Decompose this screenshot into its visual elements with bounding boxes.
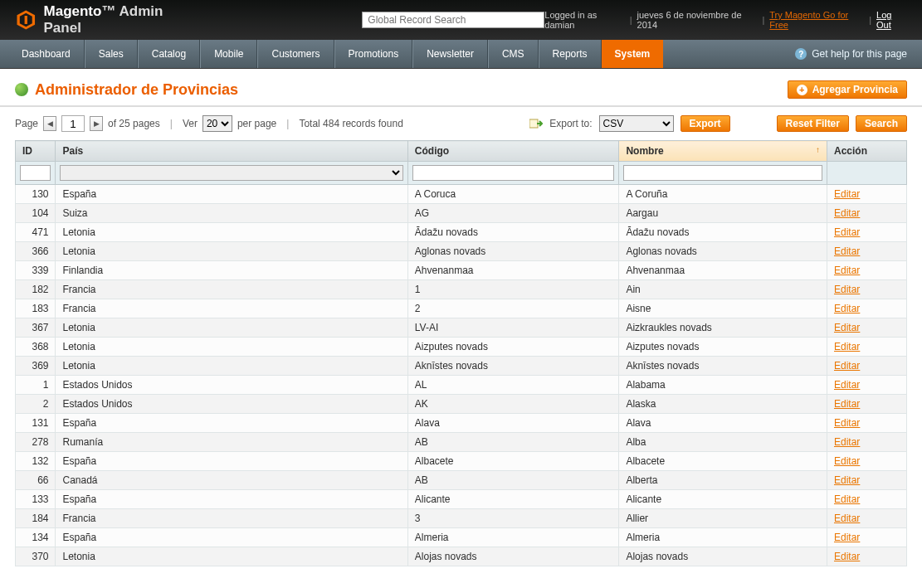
edit-link[interactable]: Editar [834, 207, 860, 219]
cell-pais: Francia [56, 299, 407, 318]
search-button[interactable]: Search [856, 115, 907, 132]
edit-link[interactable]: Editar [834, 322, 860, 333]
cell-accion: Editar [827, 357, 906, 376]
edit-link[interactable]: Editar [834, 379, 860, 391]
table-row[interactable]: 370LetoniaAlojas novadsAlojas novadsEdit… [16, 547, 907, 566]
nav-item-cms[interactable]: CMS [488, 40, 539, 68]
table-row[interactable]: 1Estados UnidosALAlabamaEditar [16, 376, 907, 395]
cell-nombre: Alicante [619, 490, 827, 509]
edit-link[interactable]: Editar [834, 532, 860, 543]
cell-nombre: Ahvenanmaa [619, 261, 827, 280]
cell-nombre: Ain [619, 280, 827, 299]
table-row[interactable]: 130EspañaA CorucaA CoruñaEditar [16, 185, 907, 204]
col-accion-header[interactable]: Acción [827, 141, 906, 162]
add-province-button[interactable]: + Agregar Provincia [788, 80, 907, 99]
filter-nombre-input[interactable] [623, 165, 822, 181]
nav-item-catalog[interactable]: Catalog [138, 40, 200, 68]
cell-accion: Editar [827, 242, 906, 261]
nav-item-newsletter[interactable]: Newsletter [412, 40, 488, 68]
logout-link[interactable]: Log Out [876, 10, 907, 30]
cell-pais: Letonia [56, 357, 407, 376]
page-input[interactable] [61, 115, 85, 132]
page-prev-button[interactable]: ◀ [43, 116, 56, 131]
try-magento-link[interactable]: Try Magento Go for Free [769, 10, 864, 30]
edit-link[interactable]: Editar [834, 341, 860, 352]
export-button[interactable]: Export [681, 115, 730, 132]
nav-item-customers[interactable]: Customers [257, 40, 334, 68]
edit-link[interactable]: Editar [834, 474, 860, 486]
table-row[interactable]: 182Francia1AinEditar [16, 280, 907, 299]
cell-codigo: AG [407, 204, 619, 223]
cell-pais: Estados Unidos [56, 395, 407, 414]
cell-pais: España [56, 452, 407, 471]
edit-link[interactable]: Editar [834, 245, 860, 257]
table-row[interactable]: 278RumaníaABAlbaEditar [16, 433, 907, 452]
col-id-header[interactable]: ID [16, 141, 56, 162]
table-row[interactable]: 132EspañaAlbaceteAlbaceteEditar [16, 452, 907, 471]
edit-link[interactable]: Editar [834, 436, 860, 448]
help-link[interactable]: ? Get help for this page [795, 40, 914, 68]
table-row[interactable]: 104SuizaAGAargauEditar [16, 204, 907, 223]
filter-codigo-input[interactable] [412, 165, 615, 181]
cell-codigo: Almeria [407, 528, 619, 547]
edit-link[interactable]: Editar [834, 398, 860, 410]
help-text: Get help for this page [812, 48, 907, 60]
col-nombre-header[interactable]: Nombre↑ [619, 141, 827, 162]
page-next-button[interactable]: ▶ [90, 116, 103, 131]
edit-link[interactable]: Editar [834, 188, 860, 200]
svg-rect-3 [529, 119, 538, 128]
cell-accion: Editar [827, 318, 906, 338]
filter-pais-select[interactable] [60, 165, 402, 181]
edit-link[interactable]: Editar [834, 226, 860, 238]
nav-item-dashboard[interactable]: Dashboard [8, 40, 85, 68]
edit-link[interactable]: Editar [834, 284, 860, 295]
filter-id-input[interactable] [20, 165, 51, 181]
col-pais-header[interactable]: País [56, 141, 407, 162]
reset-filter-button[interactable]: Reset Filter [777, 115, 849, 132]
table-row[interactable]: 471LetoniaĀdažu novadsĀdažu novadsEditar [16, 223, 907, 242]
cell-nombre: A Coruña [619, 185, 827, 204]
edit-link[interactable]: Editar [834, 513, 860, 524]
table-row[interactable]: 2Estados UnidosAKAlaskaEditar [16, 395, 907, 414]
cell-nombre: Alojas novads [619, 547, 827, 566]
plus-icon: + [797, 85, 807, 95]
table-row[interactable]: 339FinlandiaAhvenanmaaAhvenanmaaEditar [16, 261, 907, 280]
edit-link[interactable]: Editar [834, 360, 860, 372]
logo[interactable]: Magento™ Admin Panel [15, 3, 196, 36]
edit-link[interactable]: Editar [834, 265, 860, 276]
cell-codigo: Aknīstes novads [407, 357, 619, 376]
nav-item-reports[interactable]: Reports [539, 40, 602, 68]
cell-nombre: Allier [619, 509, 827, 528]
edit-link[interactable]: Editar [834, 455, 860, 467]
table-row[interactable]: 133EspañaAlicanteAlicanteEditar [16, 490, 907, 509]
table-row[interactable]: 368LetoniaAizputes novadsAizputes novads… [16, 338, 907, 357]
export-format-select[interactable]: CSV [599, 115, 674, 132]
cell-pais: Letonia [56, 318, 407, 338]
table-row[interactable]: 369LetoniaAknīstes novadsAknīstes novads… [16, 357, 907, 376]
sep: | [286, 118, 289, 129]
table-row[interactable]: 134EspañaAlmeriaAlmeriaEditar [16, 528, 907, 547]
nav-item-mobile[interactable]: Mobile [200, 40, 257, 68]
header-date: jueves 6 de noviembre de 2014 [637, 10, 758, 30]
per-page-select[interactable]: 20 [202, 115, 232, 132]
edit-link[interactable]: Editar [834, 493, 860, 505]
table-row[interactable]: 183Francia2AisneEditar [16, 299, 907, 318]
global-search-input[interactable] [362, 12, 544, 28]
table-row[interactable]: 366LetoniaAglonas novadsAglonas novadsEd… [16, 242, 907, 261]
edit-link[interactable]: Editar [834, 303, 860, 314]
table-row[interactable]: 184Francia3AllierEditar [16, 509, 907, 528]
cell-accion: Editar [827, 299, 906, 318]
col-codigo-header[interactable]: Código [407, 141, 619, 162]
sep: | [630, 15, 632, 25]
nav-item-sales[interactable]: Sales [85, 40, 138, 68]
table-row[interactable]: 66CanadáABAlbertaEditar [16, 471, 907, 490]
nav-item-promotions[interactable]: Promotions [334, 40, 413, 68]
sort-asc-icon: ↑ [816, 145, 820, 154]
edit-link[interactable]: Editar [834, 551, 860, 562]
edit-link[interactable]: Editar [834, 417, 860, 429]
cell-id: 134 [16, 528, 56, 547]
nav-item-system[interactable]: System [602, 40, 664, 68]
table-row[interactable]: 131EspañaAlavaAlavaEditar [16, 414, 907, 433]
table-row[interactable]: 367LetoniaLV-AIAizkraukles novadsEditar [16, 318, 907, 338]
export-label: Export to: [549, 118, 592, 129]
